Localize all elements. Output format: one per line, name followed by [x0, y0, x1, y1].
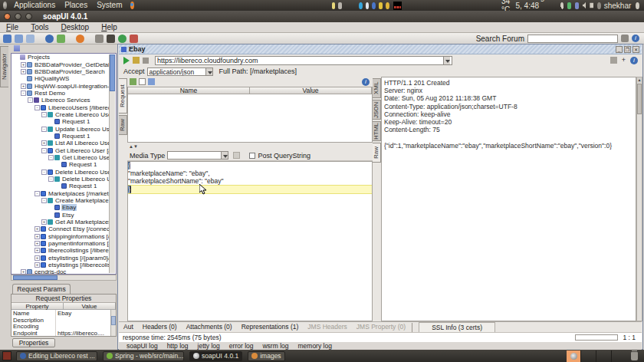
expander-icon[interactable]: -: [41, 127, 47, 132]
scroll-up-icon[interactable]: ▲: [637, 77, 642, 83]
log-tab[interactable]: wsrm log: [262, 342, 288, 350]
save-workspace-icon[interactable]: [26, 35, 34, 43]
tree-node[interactable]: + shippinginformations [/liber: [12, 233, 110, 240]
notification-cell[interactable]: [567, 350, 580, 362]
submit-request-icon[interactable]: [123, 57, 130, 64]
desktop-menu-item[interactable]: Applications: [9, 0, 60, 11]
menu-item[interactable]: File: [0, 23, 25, 31]
bottom-tab[interactable]: Attachments (0): [182, 322, 237, 332]
params-column-header[interactable]: Name: [128, 87, 250, 94]
distro-menu-icon[interactable]: [3, 2, 7, 9]
tree-node[interactable]: Request 1: [12, 161, 110, 168]
bottom-tab[interactable]: JMS Property (0): [352, 322, 410, 332]
sort-params-icon[interactable]: [148, 78, 155, 85]
taskbar-window-button[interactable]: Spring - web/src/main...: [103, 351, 184, 361]
tree-node[interactable]: - LiberecoUsers [/liberecouse: [12, 104, 110, 110]
network-icon[interactable]: [567, 2, 571, 9]
tree-node[interactable]: - Rest Demo: [12, 90, 110, 97]
bottom-tab[interactable]: Representations (1): [237, 322, 304, 332]
expander-icon[interactable]: -: [34, 191, 40, 196]
scrollbar-thumb[interactable]: [111, 316, 116, 325]
params-column-header[interactable]: Value: [250, 87, 372, 94]
log-tab[interactable]: http log: [167, 342, 189, 350]
tree-vertical-scrollbar[interactable]: [109, 54, 115, 273]
ssl-info-tab[interactable]: SSL Info (3 certs): [419, 322, 495, 332]
forum-icon[interactable]: [45, 35, 54, 43]
system-monitor-applet[interactable]: [393, 2, 402, 10]
menu-item[interactable]: Tools: [25, 23, 54, 31]
expander-icon[interactable]: -: [48, 176, 54, 182]
endpoint-combo[interactable]: https://libereco.cloudfoundry.com: [155, 56, 452, 65]
scrollbar-thumb[interactable]: [110, 54, 115, 91]
note-applet-icon[interactable]: [332, 2, 336, 9]
tree-node[interactable]: + List All Libereco Users: [12, 140, 110, 146]
scrollbar-thumb[interactable]: [637, 84, 642, 114]
sync-icon[interactable]: [372, 2, 376, 9]
properties-scrollbar[interactable]: [110, 310, 116, 336]
navigator-tab[interactable]: Navigator: [0, 46, 8, 87]
tree-node[interactable]: Ebay: [12, 204, 110, 211]
tree-horizontal-scrollbar[interactable]: [11, 275, 117, 281]
tree-node[interactable]: + B2BDataProvider_GetDetail: [12, 61, 110, 67]
chevron-down-icon[interactable]: [221, 152, 228, 159]
firefox-icon[interactable]: [130, 2, 134, 9]
expander-icon[interactable]: +: [34, 234, 40, 239]
user-badge-icon[interactable]: [597, 2, 601, 9]
taskbar-window-button[interactable]: soapUI 4.0.1: [189, 351, 242, 361]
info-icon[interactable]: [630, 57, 638, 64]
log-tab[interactable]: memory log: [298, 342, 332, 350]
add-icon[interactable]: +: [620, 57, 627, 64]
expander-icon[interactable]: +: [34, 226, 40, 232]
weather-icon[interactable]: [386, 2, 389, 9]
search-forum-input[interactable]: [527, 35, 618, 43]
expander-icon[interactable]: -: [48, 155, 54, 160]
request-body-editor[interactable]: { "marketplaceName": "ebay", "marketplac…: [127, 161, 373, 321]
expander-icon[interactable]: +: [41, 219, 47, 225]
volume-icon[interactable]: [583, 2, 586, 9]
property-row[interactable]: Encoding: [12, 323, 116, 330]
info-icon[interactable]: [632, 35, 639, 42]
expander-icon[interactable]: -: [34, 105, 40, 110]
response-scrollbar[interactable]: ▲: [636, 77, 642, 321]
tree-node[interactable]: - Create Libereco User: [12, 111, 110, 118]
tree-node[interactable]: + paymentinformations [/libe: [12, 240, 110, 247]
expander-icon[interactable]: +: [41, 140, 47, 146]
tree-node[interactable]: Projects: [12, 54, 110, 61]
add-endpoint-icon[interactable]: [133, 57, 140, 64]
tree-node[interactable]: Request 1: [12, 133, 110, 140]
browser-icon[interactable]: [118, 35, 127, 43]
import-project-icon[interactable]: [15, 35, 23, 43]
bottom-tab[interactable]: Headers (0): [138, 322, 182, 332]
desktop-menu-item[interactable]: Places: [60, 0, 92, 11]
tree-node[interactable]: HiQualityWS: [12, 75, 110, 82]
window-minimize-button[interactable]: [15, 13, 21, 20]
starter-page-icon[interactable]: [107, 35, 115, 43]
bottom-tab[interactable]: Aut: [119, 322, 138, 332]
mail-icon[interactable]: [590, 2, 593, 9]
expander-icon[interactable]: +: [21, 62, 26, 67]
accept-combo[interactable]: application/json: [147, 67, 213, 76]
tree-node[interactable]: - Delete Libereco User: [12, 176, 110, 183]
properties-column-header[interactable]: Value: [64, 303, 116, 309]
bottom-tab[interactable]: JMS Headers: [303, 322, 352, 332]
log-tab[interactable]: error log: [229, 342, 254, 350]
tree-options-icon[interactable]: [14, 45, 20, 51]
tree-node[interactable]: - Libereco Services: [12, 97, 110, 104]
tree-node[interactable]: Request 1: [12, 183, 110, 189]
tree-node[interactable]: - Delete Libereco User [/li: [12, 169, 110, 176]
params-table-body[interactable]: [127, 94, 373, 143]
taskbar-window-button[interactable]: images: [248, 351, 284, 361]
workspace-cell[interactable]: [611, 350, 626, 362]
workspace-cell[interactable]: [580, 350, 596, 362]
scrollbar-thumb[interactable]: [13, 275, 58, 280]
expander-icon[interactable]: -: [28, 97, 33, 103]
response-view-tab[interactable]: JSON: [373, 100, 381, 120]
wifi-icon[interactable]: [560, 2, 564, 9]
expander-icon[interactable]: -: [41, 198, 47, 203]
log-tab[interactable]: soapUI log: [127, 342, 158, 350]
tree-node[interactable]: + etsylistings [/{param0}/ets: [12, 255, 110, 262]
tree-node[interactable]: + B2BDataProvider_Search: [12, 68, 110, 75]
expander-icon[interactable]: +: [34, 248, 40, 253]
properties-button[interactable]: Properties: [12, 338, 55, 347]
bluetooth-icon[interactable]: [575, 2, 579, 9]
